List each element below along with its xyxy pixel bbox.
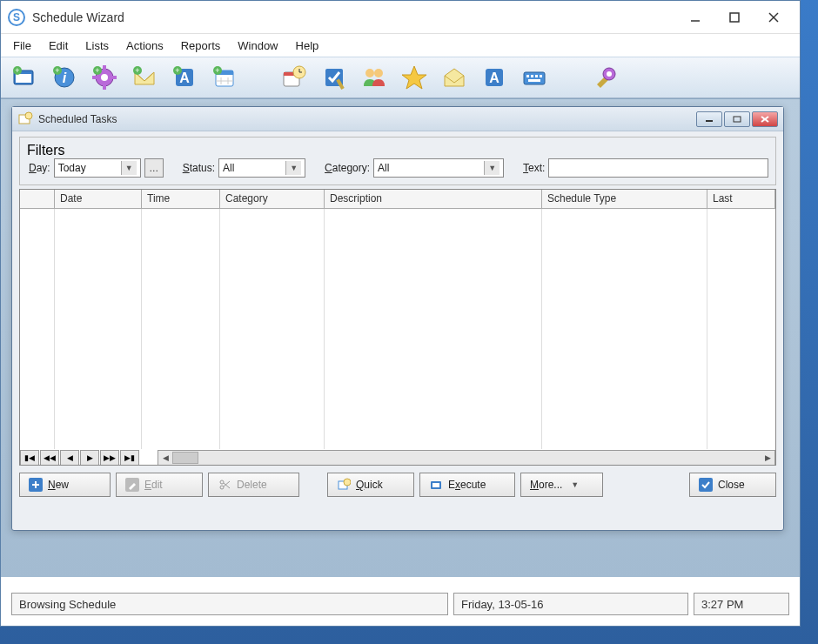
grid-header: Date Time Category Description Schedule … [20,190,775,209]
grid-navigator: ▮◀ ◀◀ ◀ ▶ ▶▶ ▶▮ ◀ ▶ [20,449,775,466]
text-label: Text: [523,162,545,174]
inner-titlebar: Scheduled Tasks [12,107,783,131]
svg-rect-55 [734,117,741,122]
menu-lists[interactable]: Lists [77,36,117,56]
day-label: Day: [29,162,50,174]
scroll-thumb[interactable] [172,452,198,464]
svg-rect-1 [730,13,739,22]
task-grid[interactable]: Date Time Category Description Schedule … [19,189,776,466]
col-description[interactable]: Description [325,190,542,208]
col-category[interactable]: Category [220,190,325,208]
minimize-button[interactable] [675,4,714,30]
window-controls [675,4,793,30]
svg-point-62 [220,480,224,484]
status-combo[interactable]: All▼ [218,158,305,178]
nav-next-page-button[interactable]: ▶▶ [100,450,119,466]
edit-pencil-icon [125,478,139,492]
menu-file[interactable]: File [4,36,40,56]
svg-rect-45 [526,75,529,77]
status-time: 3:27 PM [694,593,789,615]
tool-open-mail-icon[interactable] [436,60,473,95]
svg-point-53 [25,112,32,119]
execute-button[interactable]: Execute [419,473,515,497]
col-time[interactable]: Time [142,190,220,208]
svg-rect-14 [103,65,106,70]
col-schedule-type[interactable]: Schedule Type [542,190,707,208]
status-message: Browsing Schedule [11,593,448,615]
maximize-button[interactable] [714,4,754,30]
tool-favorite-star-icon[interactable] [396,60,432,95]
delete-button[interactable]: Delete [208,473,299,497]
svg-rect-49 [528,79,540,82]
tool-calendar-icon[interactable]: + [206,60,243,95]
svg-text:A: A [489,70,500,85]
inner-close-button[interactable] [752,111,778,127]
inner-title: Scheduled Tasks [38,113,696,125]
menu-help[interactable]: Help [287,36,328,56]
horizontal-scrollbar[interactable]: ◀ ▶ [158,450,775,466]
tool-schedule-clock-icon[interactable] [276,60,312,95]
svg-text:+: + [175,66,179,75]
category-label: Category: [325,162,370,174]
app-title: Schedule Wizard [32,10,675,24]
delete-scissors-icon [218,478,231,492]
quick-button[interactable]: Quick [327,473,414,497]
text-filter-input[interactable] [548,158,768,178]
menu-window[interactable]: Window [229,36,286,56]
svg-rect-47 [535,75,538,77]
day-combo[interactable]: Today▼ [54,158,141,178]
svg-point-40 [365,69,374,77]
day-browse-button[interactable]: … [144,158,164,178]
svg-text:+: + [55,66,59,75]
category-combo[interactable]: All▼ [373,158,504,178]
nav-prev-page-button[interactable]: ◀◀ [40,450,59,466]
tool-font2-icon[interactable]: A [476,60,513,95]
new-button[interactable]: New [19,473,111,497]
tool-new-task-icon[interactable]: + [6,60,43,95]
check-icon [699,478,713,492]
col-date[interactable]: Date [55,190,142,208]
edit-button[interactable]: Edit [116,473,203,497]
titlebar: S Schedule Wizard [1,1,800,34]
button-row: New Edit Delete Quick Execute [19,473,776,497]
nav-last-button[interactable]: ▶▮ [120,450,139,466]
tool-mail-icon[interactable]: + [126,60,163,95]
svg-text:i: i [63,70,67,85]
tool-gear-icon[interactable]: + [86,60,123,95]
scroll-left-icon[interactable]: ◀ [158,451,172,465]
close-button[interactable] [754,4,793,30]
svg-text:+: + [215,66,219,75]
tool-font-icon[interactable]: A+ [166,60,203,95]
inner-minimize-button[interactable] [696,111,722,127]
status-label: Status: [183,162,215,174]
nav-next-button[interactable]: ▶ [80,450,99,466]
tool-checklist-icon[interactable] [316,60,352,95]
scheduled-tasks-window: Scheduled Tasks Filters Day: Today▼ … St… [11,106,784,531]
inner-maximize-button[interactable] [724,111,750,127]
main-window: S Schedule Wizard File Edit Lists Action… [0,0,801,627]
tool-info-icon[interactable]: i+ [46,60,83,95]
menu-edit[interactable]: Edit [40,36,77,56]
grid-body [20,209,775,449]
menu-reports[interactable]: Reports [172,36,230,56]
app-icon: S [8,9,25,26]
tool-users-icon[interactable] [356,60,392,95]
nav-prev-button[interactable]: ◀ [60,450,79,466]
mdi-area: Scheduled Tasks Filters Day: Today▼ … St… [1,98,800,577]
close-panel-button[interactable]: Close [689,473,776,497]
menubar: File Edit Lists Actions Reports Window H… [1,34,800,57]
menu-actions[interactable]: Actions [117,36,172,56]
svg-point-63 [220,486,224,489]
svg-rect-17 [111,76,117,79]
quick-icon [337,478,351,492]
col-last[interactable]: Last [707,190,775,208]
tool-keyboard-icon[interactable] [516,60,553,95]
svg-rect-16 [92,76,97,79]
col-blank[interactable] [20,190,55,208]
tool-settings-wrench-icon[interactable] [586,60,622,95]
svg-point-41 [374,69,383,77]
more-button[interactable]: More...▼ [520,473,603,497]
scroll-right-icon[interactable]: ▶ [761,451,774,465]
inner-window-icon [17,111,33,127]
nav-first-button[interactable]: ▮◀ [20,450,39,466]
